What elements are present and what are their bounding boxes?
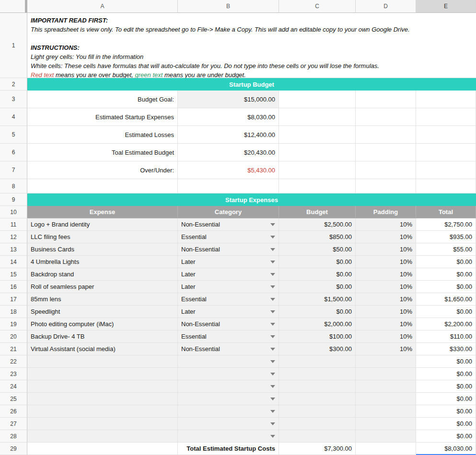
total-cell[interactable]: $55.00 — [416, 243, 476, 256]
budget-cell[interactable]: $0.00 — [279, 256, 356, 268]
empty-cell[interactable] — [416, 144, 476, 161]
row-number-11[interactable]: 11 — [0, 218, 27, 231]
row-number-25[interactable]: 25 — [0, 393, 27, 405]
empty-cell[interactable] — [356, 161, 416, 179]
dropdown-arrow-icon[interactable] — [270, 385, 275, 388]
padding-cell[interactable] — [356, 418, 416, 430]
row-number-12[interactable]: 12 — [0, 231, 27, 243]
dropdown-arrow-icon[interactable] — [270, 273, 275, 276]
category-cell[interactable]: Non-Essential — [178, 218, 279, 231]
expense-name[interactable] — [27, 405, 178, 418]
empty-cell[interactable] — [416, 91, 476, 108]
column-header-a[interactable]: A — [27, 0, 178, 13]
budget-cell[interactable] — [279, 430, 356, 443]
category-cell[interactable] — [178, 430, 279, 443]
expense-name[interactable] — [27, 393, 178, 405]
row-number-8[interactable]: 8 — [0, 179, 27, 193]
startup-expenses-title-cell[interactable]: Startup Expenses — [27, 193, 476, 206]
empty-cell[interactable] — [356, 443, 416, 455]
dropdown-arrow-icon[interactable] — [270, 261, 275, 263]
startup-budget-title-cell[interactable]: Startup Budget — [27, 78, 476, 91]
total-total-value[interactable]: $8,030.00 — [416, 443, 476, 455]
empty-cell[interactable] — [356, 144, 416, 161]
category-cell[interactable]: Later — [178, 268, 279, 281]
padding-cell[interactable] — [356, 355, 416, 368]
category-cell[interactable]: Non-Essential — [178, 318, 279, 330]
padding-cell[interactable] — [356, 380, 416, 393]
padding-cell[interactable]: 10% — [356, 330, 416, 343]
row-number-24[interactable]: 24 — [0, 380, 27, 393]
budget-cell[interactable] — [279, 405, 356, 418]
row-number-23[interactable]: 23 — [0, 368, 27, 380]
padding-cell[interactable] — [356, 368, 416, 380]
row-number-5[interactable]: 5 — [0, 126, 27, 144]
row-number-17[interactable]: 17 — [0, 293, 27, 306]
total-cell[interactable]: $0.00 — [416, 268, 476, 281]
column-header-b[interactable]: B — [178, 0, 279, 13]
empty-cell[interactable] — [279, 108, 356, 126]
expense-name[interactable] — [27, 418, 178, 430]
expense-name[interactable]: 4 Umbrella Lights — [27, 256, 178, 268]
empty-cell[interactable] — [416, 179, 476, 193]
category-cell[interactable]: Essential — [178, 293, 279, 306]
dropdown-arrow-icon[interactable] — [270, 410, 275, 413]
category-cell[interactable]: Later — [178, 281, 279, 293]
row-number-22[interactable]: 22 — [0, 355, 27, 368]
category-cell[interactable]: Later — [178, 306, 279, 318]
category-cell[interactable] — [178, 355, 279, 368]
total-cell[interactable]: $0.00 — [416, 405, 476, 418]
header-budget[interactable]: Budget — [279, 206, 356, 218]
budget-goal-value[interactable]: $15,000.00 — [178, 91, 279, 108]
instructions-cell[interactable]: IMPORTANT READ FIRST: This spreadsheet i… — [27, 13, 476, 78]
empty-cell[interactable] — [356, 126, 416, 144]
total-cell[interactable]: $0.00 — [416, 281, 476, 293]
budget-cell[interactable]: $0.00 — [279, 281, 356, 293]
total-est-budget-label[interactable]: Toal Estimated Budget — [27, 144, 178, 161]
budget-goal-label[interactable]: Budget Goal: — [27, 91, 178, 108]
over-under-value[interactable]: $5,430.00 — [178, 161, 279, 179]
row-number-16[interactable]: 16 — [0, 281, 27, 293]
row-number-18[interactable]: 18 — [0, 306, 27, 318]
select-all-corner[interactable] — [0, 0, 27, 13]
empty-cell[interactable] — [279, 179, 356, 193]
est-expenses-label[interactable]: Estimated Startup Expenses — [27, 108, 178, 126]
header-padding[interactable]: Padding — [356, 206, 416, 218]
total-cell[interactable]: $2,750.00 — [416, 218, 476, 231]
padding-cell[interactable]: 10% — [356, 343, 416, 355]
column-header-d[interactable]: D — [356, 0, 416, 13]
budget-cell[interactable] — [279, 393, 356, 405]
column-header-c[interactable]: C — [279, 0, 356, 13]
budget-cell[interactable]: $2,500.00 — [279, 218, 356, 231]
row-number-21[interactable]: 21 — [0, 343, 27, 355]
dropdown-arrow-icon[interactable] — [270, 422, 275, 425]
budget-cell[interactable] — [279, 368, 356, 380]
est-losses-label[interactable]: Estimated Losses — [27, 126, 178, 144]
est-expenses-value[interactable]: $8,030.00 — [178, 108, 279, 126]
dropdown-arrow-icon[interactable] — [270, 298, 275, 301]
dropdown-arrow-icon[interactable] — [270, 348, 275, 351]
expense-name[interactable]: LLC filing fees — [27, 231, 178, 243]
expense-name[interactable]: Photo editing computer (iMac) — [27, 318, 178, 330]
empty-cell[interactable] — [416, 126, 476, 144]
padding-cell[interactable]: 10% — [356, 306, 416, 318]
empty-cell[interactable] — [279, 126, 356, 144]
expense-name[interactable]: Business Cards — [27, 243, 178, 256]
category-cell[interactable]: Non-Essential — [178, 343, 279, 355]
expense-name[interactable] — [27, 430, 178, 443]
row-number-13[interactable]: 13 — [0, 243, 27, 256]
total-est-budget-value[interactable]: $20,430.00 — [178, 144, 279, 161]
empty-cell[interactable] — [27, 179, 178, 193]
expense-name[interactable]: Backdrop stand — [27, 268, 178, 281]
expense-name[interactable]: Backup Drive- 4 TB — [27, 330, 178, 343]
total-cell[interactable]: $1,650.00 — [416, 293, 476, 306]
dropdown-arrow-icon[interactable] — [270, 285, 275, 288]
empty-cell[interactable] — [178, 179, 279, 193]
total-cell[interactable]: $0.00 — [416, 418, 476, 430]
budget-cell[interactable]: $100.00 — [279, 330, 356, 343]
budget-cell[interactable] — [279, 380, 356, 393]
padding-cell[interactable]: 10% — [356, 293, 416, 306]
dropdown-arrow-icon[interactable] — [270, 248, 275, 251]
total-cell[interactable]: $0.00 — [416, 430, 476, 443]
expense-name[interactable]: 85mm lens — [27, 293, 178, 306]
budget-cell[interactable]: $50.00 — [279, 243, 356, 256]
